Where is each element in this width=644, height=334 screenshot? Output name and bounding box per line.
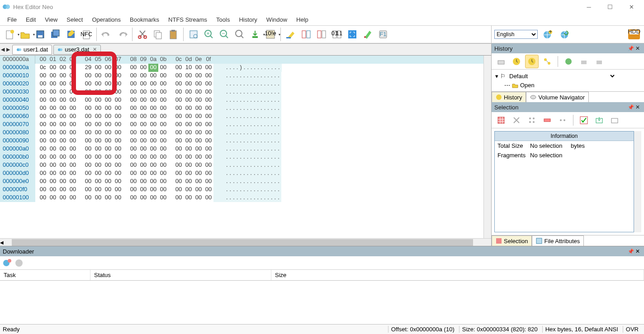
fullscreen-button[interactable]: [345, 27, 360, 42]
selection-tab[interactable]: Selection: [492, 235, 532, 246]
insert-file-button[interactable]: NFC: [79, 27, 94, 42]
menu-view[interactable]: View: [40, 14, 62, 25]
sel-import-icon[interactable]: [608, 113, 621, 127]
panel-close-icon[interactable]: ✕: [634, 45, 641, 52]
header-address: 0000000a: [0, 56, 35, 64]
hdd-logo-icon[interactable]: HDD: [627, 27, 641, 42]
sel-export-icon[interactable]: [592, 113, 606, 127]
history-erase2-icon[interactable]: [592, 55, 606, 68]
hex-data-grid[interactable]: 0000000a0c000000290000000000000000100000…: [0, 64, 483, 238]
menu-window[interactable]: Window: [262, 14, 292, 25]
goto-button[interactable]: ▾: [248, 27, 262, 42]
col-size[interactable]: Size: [271, 270, 644, 280]
menu-edit[interactable]: Edit: [21, 14, 40, 25]
panel-close-icon[interactable]: ✕: [634, 104, 641, 110]
pin-icon[interactable]: 📌: [628, 46, 634, 52]
downloader-add-icon[interactable]: [3, 259, 12, 268]
svg-rect-35: [322, 31, 326, 38]
menu-operations[interactable]: Operations: [87, 14, 125, 25]
open-file-button[interactable]: ▾: [18, 27, 32, 42]
horizontal-scrollbar[interactable]: ◀: [0, 238, 491, 246]
svg-rect-63: [597, 61, 602, 64]
history-erase-icon[interactable]: [577, 55, 591, 68]
sel-range-icon[interactable]: [540, 113, 554, 127]
file-attributes-tab[interactable]: File Attributes: [532, 235, 584, 246]
copy-button[interactable]: [151, 27, 165, 42]
redo-button[interactable]: [115, 27, 129, 42]
menu-ntfs-streams[interactable]: NTFS Streams: [164, 14, 212, 25]
tab-nav-right[interactable]: ▶: [5, 47, 11, 52]
tab-user1[interactable]: user1.dat: [12, 45, 52, 55]
selection-panel-header: Selection 📌 ✕: [492, 102, 644, 112]
compare3-button[interactable]: 0111: [330, 27, 344, 42]
tab-close-icon[interactable]: ✕: [93, 47, 97, 52]
sel-clear-icon[interactable]: [510, 113, 523, 127]
sel-grid-icon[interactable]: [494, 113, 508, 127]
find-replace-button[interactable]: [232, 27, 247, 42]
history-tree[interactable]: ▾ ⚐ Default ⋯ Open: [492, 70, 644, 91]
zoom-in-button[interactable]: [202, 27, 216, 42]
compare1-button[interactable]: [299, 27, 313, 42]
history-tree-icon[interactable]: [540, 55, 554, 68]
language-select[interactable]: English: [494, 30, 538, 39]
panel-close-icon[interactable]: ✕: [634, 248, 641, 254]
maximize-button[interactable]: ☐: [600, 0, 620, 14]
minimize-button[interactable]: ─: [578, 0, 599, 14]
save-file-button[interactable]: [33, 27, 47, 42]
close-button[interactable]: ✕: [621, 0, 642, 14]
menu-tools[interactable]: Tools: [212, 14, 234, 25]
new-file-button[interactable]: ▾: [2, 27, 17, 42]
menu-help[interactable]: Help: [292, 14, 313, 25]
downloader-remove-icon[interactable]: [14, 259, 24, 268]
encoding-button[interactable]: 10!e▾: [263, 27, 278, 42]
svg-rect-32: [302, 31, 306, 38]
undo-button[interactable]: [99, 27, 114, 42]
pin-icon[interactable]: 📌: [628, 104, 634, 110]
tab-nav-left[interactable]: ◀: [0, 47, 5, 52]
vertical-scrollbar[interactable]: [483, 56, 491, 238]
find-button[interactable]: [186, 27, 201, 42]
svg-point-72: [560, 119, 562, 121]
svg-text:11: 11: [336, 30, 342, 37]
svg-point-61: [565, 58, 572, 65]
zoom-out-button[interactable]: [217, 27, 232, 42]
menu-bookmarks[interactable]: Bookmarks: [125, 14, 164, 25]
downloader-grid[interactable]: Task Status Size: [0, 270, 644, 324]
file-icon: [16, 47, 22, 52]
help-button[interactable]: F1: [376, 27, 390, 42]
menu-file[interactable]: File: [3, 14, 21, 25]
svg-rect-34: [317, 31, 321, 38]
file-icon: [57, 47, 63, 52]
svg-line-24: [226, 36, 228, 38]
cut-button[interactable]: [135, 27, 150, 42]
history-root-icon[interactable]: [494, 55, 508, 68]
svg-rect-15: [170, 31, 176, 39]
clock-icon: [496, 94, 502, 100]
menu-history[interactable]: History: [234, 14, 261, 25]
globe-add-icon[interactable]: +: [540, 27, 555, 42]
history-save-icon[interactable]: [562, 55, 575, 68]
history-clock2-icon[interactable]: [525, 55, 539, 68]
sel-dots2-icon[interactable]: [556, 113, 569, 127]
paste-button[interactable]: [166, 27, 180, 42]
save-as-button[interactable]: [64, 27, 78, 42]
compare2-button[interactable]: [314, 27, 329, 42]
tab-user3[interactable]: user3.dat ✕: [53, 45, 101, 55]
sel-check-icon[interactable]: [577, 113, 591, 127]
selection-scrollbar[interactable]: [634, 131, 641, 232]
color-pen-button[interactable]: [360, 27, 375, 42]
highlight-button[interactable]: [284, 27, 298, 42]
menu-select[interactable]: Select: [62, 14, 87, 25]
volume-navigator-tab[interactable]: Volume Navigator: [526, 92, 589, 102]
sel-dots-icon[interactable]: [525, 113, 539, 127]
history-tab[interactable]: History: [492, 92, 526, 102]
globe-refresh-icon[interactable]: [558, 27, 572, 42]
pin-icon[interactable]: 📌: [628, 249, 634, 254]
hex-column-header: 0000000a 000102030405060708090a0b0c0d0e0…: [0, 56, 483, 64]
col-task[interactable]: Task: [0, 270, 90, 280]
history-root-select[interactable]: Default: [507, 72, 616, 80]
save-all-button[interactable]: [48, 27, 63, 42]
svg-point-70: [533, 121, 535, 123]
history-clock1-icon[interactable]: [510, 55, 523, 68]
col-status[interactable]: Status: [90, 270, 271, 280]
